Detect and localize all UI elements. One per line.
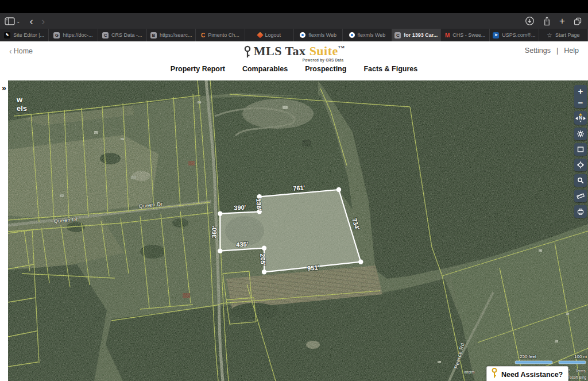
tab-crs-data[interactable]: CCRS Data -... — [98, 29, 147, 41]
sidebar-icon[interactable] — [5, 17, 15, 25]
letter-c-icon: C — [102, 32, 109, 39]
back-icon[interactable]: ‹ — [26, 16, 37, 26]
zoom-control: + − — [574, 85, 587, 108]
terms-link[interactable]: Terms — [575, 369, 586, 373]
tab-for-1393-active[interactable]: Cfor 1393 Car... — [392, 29, 441, 41]
logo-name: MLS Tax — [254, 44, 306, 58]
measurement-bottom: 951' — [307, 264, 320, 272]
letter-g-icon: G — [53, 32, 60, 39]
measurement-west: 360' — [210, 226, 218, 238]
zoom-in-button[interactable]: + — [574, 85, 587, 97]
mls-tax-suite-logo: MLS Tax SuiteTM Powered by CRS Data — [0, 44, 588, 62]
chevron-down-icon[interactable]: ⌄ — [16, 18, 21, 24]
site-editor-icon: ✎ — [4, 32, 10, 39]
need-assistance-label: Need Assistance? — [501, 371, 563, 379]
logo-tagline: Powered by CRS Data — [303, 58, 344, 62]
compass-down-icon — [579, 121, 582, 122]
key-icon — [243, 45, 252, 62]
letter-b-icon: B — [150, 32, 157, 39]
map-controls: + − N — [574, 85, 587, 218]
panel-expander[interactable]: » — [2, 84, 6, 92]
tab-start-page[interactable]: ☆Start Page — [539, 29, 588, 41]
nav-facts-figures[interactable]: Facts & Figures — [363, 65, 417, 73]
tab-usps[interactable]: ➤USPS.com®... — [490, 29, 539, 41]
tab-search[interactable]: Bhttps://searc... — [147, 29, 196, 41]
tab-pimento[interactable]: CPimento Ch... — [196, 29, 245, 41]
measurement-notch-top: 136' — [255, 198, 262, 211]
gmail-m-icon: M — [445, 32, 450, 39]
letter-c-icon: C — [394, 32, 401, 39]
flexmls-pin-icon — [349, 32, 355, 38]
pimento-icon: C — [201, 32, 205, 39]
crs-flame-icon — [257, 32, 263, 38]
measurement-notch-south: 435' — [236, 240, 249, 248]
compass-n-label: N — [579, 116, 582, 121]
logo-suite: Suite — [310, 44, 338, 58]
flexmls-pin-icon — [300, 32, 305, 38]
nav-comparables[interactable]: Comparables — [242, 65, 288, 73]
map-svg: 761' 136' 390' 360' 435' 205' 951' 734' … — [8, 80, 588, 381]
status-bar — [0, 0, 588, 13]
scale-meters-label: 100 m — [574, 354, 587, 359]
forward-icon[interactable]: › — [39, 16, 47, 26]
ruler-icon — [577, 192, 585, 200]
logo-tm: TM — [338, 45, 345, 49]
star-icon: ☆ — [547, 32, 552, 39]
key-icon — [491, 367, 498, 381]
tab-flexmls-2[interactable]: flexmls Web — [343, 29, 392, 41]
scale-bar-meters — [559, 361, 586, 364]
gear-icon — [577, 130, 585, 138]
main-nav: Property Report Comparables Prospecting … — [0, 65, 588, 73]
compass-control[interactable]: N — [574, 111, 587, 125]
help-link[interactable]: Help — [564, 47, 579, 55]
rectangle-select-icon — [577, 145, 585, 153]
satellite-map[interactable]: 761' 136' 390' 360' 435' 205' 951' 734' … — [8, 80, 588, 381]
scale-feet-label: 250 feet — [520, 354, 537, 359]
need-assistance-widget[interactable]: Need Assistance? ⋮ — [486, 366, 568, 381]
search-icon — [577, 176, 585, 184]
tab-doc[interactable]: Ghttps://doc-... — [49, 29, 98, 41]
map-search-button[interactable] — [574, 174, 587, 187]
measurement-notch-west: 390' — [234, 203, 246, 211]
scale-bar-feet — [515, 361, 552, 364]
clipped-map-label: w els — [17, 95, 27, 113]
header-divider: | — [556, 47, 558, 55]
tab-flexmls-1[interactable]: flexmls Web — [294, 29, 343, 41]
tabs-overview-icon[interactable] — [573, 17, 582, 26]
tab-site-editor[interactable]: ✎Site Editor |... — [0, 29, 49, 41]
compass-right-icon — [583, 117, 586, 120]
map-settings-button[interactable] — [574, 128, 587, 140]
compass-left-icon — [575, 117, 578, 120]
tab-gmail[interactable]: MCHS - Swee... — [441, 29, 490, 41]
print-button[interactable] — [574, 205, 587, 218]
measurement-notch-east: 205' — [259, 253, 266, 266]
printer-icon — [577, 207, 585, 215]
svg-text:Inform: Inform — [464, 370, 474, 374]
share-icon[interactable] — [543, 16, 551, 26]
rectangle-select-button[interactable] — [574, 143, 587, 156]
settings-link[interactable]: Settings — [525, 47, 551, 55]
usps-eagle-icon: ➤ — [493, 32, 499, 39]
download-icon[interactable] — [525, 16, 535, 26]
crosshair-icon — [577, 161, 585, 169]
map-region: » — [0, 80, 588, 381]
nav-property-report[interactable]: Property Report — [171, 65, 225, 73]
measure-button[interactable] — [574, 190, 587, 202]
nav-prospecting[interactable]: Prospecting — [305, 65, 346, 73]
locate-button[interactable] — [574, 159, 587, 171]
tab-bar: ✎Site Editor |... Ghttps://doc-... CCRS … — [0, 29, 588, 41]
tab-logout[interactable]: Logout — [245, 29, 294, 41]
new-tab-icon[interactable]: + — [559, 16, 565, 26]
measurement-top: 761' — [293, 184, 305, 192]
zoom-out-button[interactable]: − — [574, 97, 587, 108]
assistance-menu-dots[interactable]: ⋮ — [566, 371, 572, 379]
app-header: ‹ Home MLS Tax SuiteTM Powered by CRS Da… — [0, 41, 588, 81]
browser-toolbar: ⌄ ‹ › ctar.crsdata.com + — [0, 13, 588, 29]
